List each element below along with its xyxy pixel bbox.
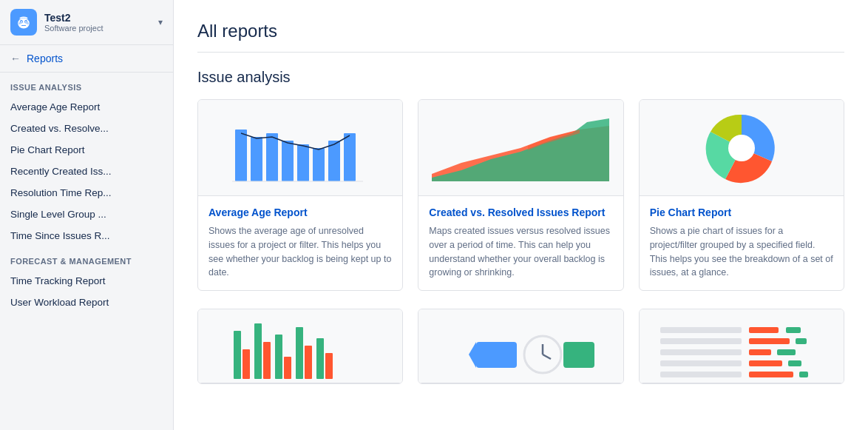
svg-rect-41 <box>786 327 801 333</box>
bottom-reports-grid <box>197 309 844 384</box>
report-card-recently-created[interactable] <box>197 309 403 384</box>
main-content: All reports Issue analysis <box>174 0 868 430</box>
svg-rect-6 <box>21 25 26 26</box>
svg-rect-30 <box>316 338 324 379</box>
svg-rect-16 <box>344 133 356 181</box>
svg-rect-45 <box>660 349 742 355</box>
sidebar-item-single-level[interactable]: Single Level Group ... <box>0 204 173 225</box>
svg-marker-33 <box>469 342 476 368</box>
svg-rect-51 <box>660 372 742 377</box>
report-card-resolution-time[interactable] <box>418 309 623 384</box>
svg-rect-31 <box>325 353 333 379</box>
pie-chart-card-body: Pie Chart Report Shows a pie chart of is… <box>640 196 844 290</box>
forecast-section-label: FORECAST & MANAGEMENT <box>0 246 173 270</box>
svg-rect-12 <box>282 141 294 181</box>
sidebar: Test2 Software project ▾ ← Reports ISSUE… <box>0 0 174 430</box>
report-card-pie-chart[interactable]: Pie Chart Report Shows a pie chart of is… <box>639 99 844 291</box>
pie-chart-image <box>640 100 844 196</box>
sidebar-item-recently-created[interactable]: Recently Created Iss... <box>0 161 173 182</box>
report-card-avg-age[interactable]: Average Age Report Shows the average age… <box>197 99 403 291</box>
sidebar-item-avg-age[interactable]: Average Age Report <box>0 96 173 118</box>
report-card-single-level[interactable] <box>639 309 844 384</box>
chevron-down-icon[interactable]: ▾ <box>158 17 163 27</box>
single-level-chart-image <box>640 309 844 383</box>
report-card-created-vs-resolved[interactable]: Created vs. Resolved Issues Report Maps … <box>418 99 623 291</box>
svg-rect-25 <box>263 342 271 379</box>
project-name: Test2 <box>44 12 103 24</box>
sidebar-header[interactable]: Test2 Software project ▾ <box>0 0 173 45</box>
sidebar-back[interactable]: ← Reports <box>0 45 173 73</box>
avatar <box>10 9 37 36</box>
avg-age-desc: Shows the average age of unresolved issu… <box>208 224 392 280</box>
svg-rect-43 <box>749 338 790 344</box>
svg-rect-52 <box>749 372 793 377</box>
svg-rect-15 <box>328 141 340 181</box>
svg-rect-39 <box>660 327 742 333</box>
project-info: Test2 Software project <box>44 12 103 33</box>
sidebar-item-pie-chart[interactable]: Pie Chart Report <box>0 139 173 161</box>
svg-rect-44 <box>796 338 807 344</box>
svg-rect-24 <box>254 323 262 379</box>
pie-chart-desc: Shows a pie chart of issues for a projec… <box>650 224 833 280</box>
svg-rect-40 <box>749 327 779 333</box>
sidebar-item-resolution-time[interactable]: Resolution Time Rep... <box>0 182 173 204</box>
svg-rect-26 <box>275 335 282 379</box>
svg-rect-53 <box>799 372 808 377</box>
svg-rect-49 <box>749 360 782 366</box>
svg-point-5 <box>25 21 27 22</box>
svg-rect-37 <box>563 342 594 368</box>
created-vs-resolved-card-body: Created vs. Resolved Issues Report Maps … <box>418 196 623 290</box>
svg-rect-9 <box>235 130 247 181</box>
pie-chart-title: Pie Chart Report <box>650 206 833 218</box>
divider <box>197 52 844 53</box>
sidebar-item-time-tracking[interactable]: Time Tracking Report <box>0 270 173 292</box>
svg-rect-27 <box>284 357 291 379</box>
created-vs-resolved-desc: Maps created issues versus resolved issu… <box>429 224 612 280</box>
reports-nav-label: Reports <box>27 53 63 64</box>
svg-rect-32 <box>476 342 517 368</box>
recently-created-chart-image <box>198 309 402 383</box>
project-type: Software project <box>44 24 103 33</box>
resolution-time-chart-image <box>418 309 623 383</box>
svg-rect-22 <box>234 331 241 379</box>
svg-rect-47 <box>777 349 796 355</box>
svg-rect-14 <box>313 148 325 181</box>
avg-age-chart-image <box>198 100 402 196</box>
svg-rect-28 <box>296 327 303 379</box>
svg-line-36 <box>543 355 551 359</box>
page-title: All reports <box>197 21 844 41</box>
back-arrow-icon: ← <box>10 53 21 64</box>
svg-rect-48 <box>660 360 742 366</box>
created-vs-resolved-chart-image <box>418 100 623 196</box>
sidebar-item-created-vs-resolved[interactable]: Created vs. Resolve... <box>0 118 173 139</box>
issue-analysis-section-label: ISSUE ANALYSIS <box>0 73 173 96</box>
svg-point-8 <box>27 22 29 24</box>
svg-rect-23 <box>243 349 250 379</box>
avg-age-title: Average Age Report <box>208 206 392 218</box>
svg-rect-29 <box>305 346 312 379</box>
svg-rect-50 <box>788 360 801 366</box>
section-title: Issue analysis <box>197 69 844 86</box>
created-vs-resolved-title: Created vs. Resolved Issues Report <box>429 206 612 218</box>
svg-rect-46 <box>749 349 771 355</box>
sidebar-item-user-workload[interactable]: User Workload Report <box>0 292 173 313</box>
avg-age-card-body: Average Age Report Shows the average age… <box>198 196 402 290</box>
svg-rect-13 <box>297 144 309 181</box>
svg-point-4 <box>21 21 22 22</box>
svg-rect-10 <box>251 137 262 181</box>
reports-grid: Average Age Report Shows the average age… <box>197 99 844 291</box>
svg-rect-11 <box>266 133 278 181</box>
svg-point-21 <box>728 135 755 161</box>
sidebar-item-time-since[interactable]: Time Since Issues R... <box>0 225 173 246</box>
svg-rect-42 <box>660 338 742 344</box>
svg-point-7 <box>18 22 21 24</box>
